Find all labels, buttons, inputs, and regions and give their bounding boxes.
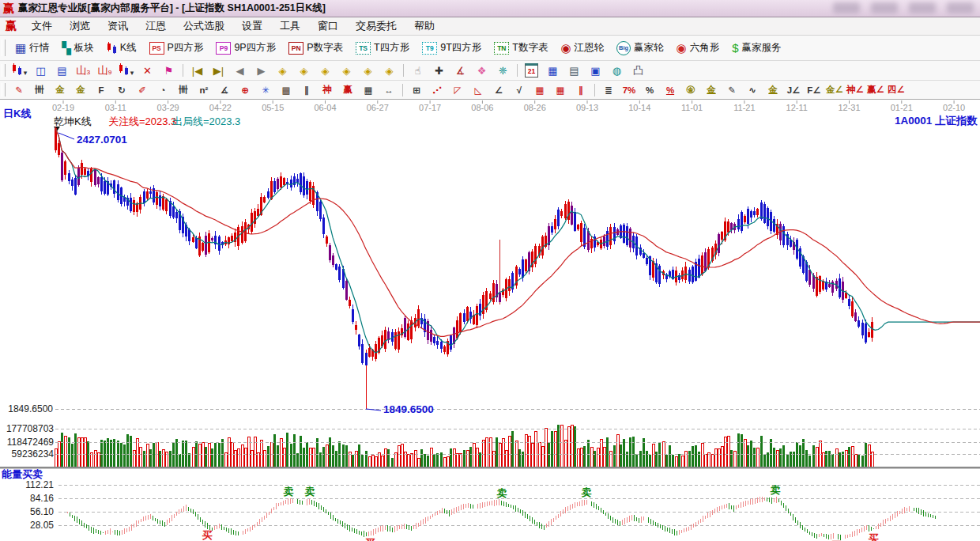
toolbar-drag-handle[interactable]: [2, 83, 6, 96]
tool-wave-check[interactable]: √: [510, 82, 529, 98]
menu-item-1[interactable]: 浏览: [61, 17, 99, 35]
tool-screen-mode[interactable]: ◫: [31, 62, 51, 79]
menu-item-6[interactable]: 工具: [271, 17, 309, 35]
tool-formula-manager[interactable]: ✕: [138, 62, 157, 79]
tool-gold-underline[interactable]: 金: [763, 82, 782, 98]
restore-button[interactable]: [909, 2, 936, 13]
tool-pen-bars[interactable]: ✎: [722, 82, 741, 98]
toolbar-drag-handle[interactable]: [2, 64, 6, 78]
toolbar-button-p-number-table[interactable]: PNP数字表: [282, 36, 349, 60]
tool-zoom-out-h[interactable]: ◈: [273, 62, 292, 79]
tool-compress-all[interactable]: ◈: [379, 62, 399, 79]
tool-drag-hand[interactable]: ☝: [408, 62, 428, 79]
tool-si-angle[interactable]: 四∠: [887, 82, 906, 98]
minimize-button[interactable]: [871, 2, 898, 13]
menu-item-4[interactable]: 公式选股: [175, 17, 233, 35]
chart-svg[interactable]: 02-1903-1103-2904-2205-1506-0406-2707-17…: [0, 100, 980, 541]
tool-calculator[interactable]: ▦: [543, 62, 563, 79]
tool-draw-pen-2[interactable]: ✐: [133, 82, 152, 98]
toolbar-button-t9-square[interactable]: T99T四方形: [416, 36, 488, 60]
tool-mini-chart-3[interactable]: 山₃: [74, 62, 93, 79]
toolbar-button-sectors[interactable]: ▚板块: [55, 36, 100, 60]
tool-prev-page[interactable]: ◀: [230, 62, 250, 79]
tool-a-wave[interactable]: ∿: [743, 82, 762, 98]
tool-compress-h[interactable]: ◈: [337, 62, 356, 79]
tool-next-page[interactable]: ▶: [251, 62, 271, 79]
tool-box-tool[interactable]: ⊞: [407, 82, 426, 98]
tool-vertical-grid[interactable]: 卌: [30, 82, 49, 98]
tool-mini-chart-9[interactable]: 山₉: [95, 62, 115, 79]
tool-ying-grid[interactable]: 赢: [338, 82, 357, 98]
menu-item-3[interactable]: 江恩: [137, 17, 175, 35]
tool-red-grid-1[interactable]: ▦: [530, 82, 549, 98]
tool-star-web[interactable]: ✳: [256, 82, 275, 98]
window-button[interactable]: [833, 2, 860, 13]
toolbar-button-p-square[interactable]: PSP四方形: [143, 36, 210, 60]
toolbar-button-gann-wheel[interactable]: ◉江恩轮: [554, 36, 610, 60]
tool-network[interactable]: ◍: [607, 62, 627, 79]
tool-shen-angle[interactable]: 神∠: [846, 82, 865, 98]
tool-fan-rays[interactable]: ⋰: [428, 82, 447, 98]
tool-expand-all[interactable]: ◈: [358, 62, 378, 79]
tool-angle-lines[interactable]: ∠: [489, 82, 508, 98]
tool-gann-tool-pink[interactable]: ❖: [472, 62, 492, 79]
tool-gold-lines[interactable]: 金: [702, 82, 721, 98]
toolbar-button-hexagon[interactable]: ◉六角形: [670, 36, 726, 60]
tool-crosshair[interactable]: ✚: [429, 62, 449, 79]
tool-grid-123[interactable]: ▦: [359, 82, 378, 98]
tool-draw-pen[interactable]: ✎: [9, 82, 28, 98]
tool-angle-measure[interactable]: ∡: [450, 62, 470, 79]
tool-percent-7[interactable]: 7%: [620, 82, 639, 98]
tool-notes[interactable]: ▤: [564, 62, 584, 79]
tool-gann-tool-teal[interactable]: ❈: [493, 62, 513, 79]
tool-candle-type-dropdown[interactable]: ▾: [116, 62, 136, 79]
tool-step-ruler[interactable]: ≣: [599, 82, 618, 98]
window-controls[interactable]: [833, 2, 974, 13]
tool-expand-h[interactable]: ◈: [315, 62, 335, 79]
toolbar-button-t-square[interactable]: TST四方形: [349, 36, 416, 60]
tool-quote-lines[interactable]: ∥: [297, 82, 316, 98]
tool-print[interactable]: 凸: [628, 62, 648, 79]
tool-rays-box-2[interactable]: ◺: [469, 82, 488, 98]
menu-item-0[interactable]: 文件: [23, 17, 61, 35]
tool-hash-lines[interactable]: 卌: [174, 82, 193, 98]
chart-area[interactable]: 02-1903-1103-2904-2205-1506-0406-2707-17…: [0, 100, 980, 541]
toolbar-button-kline[interactable]: K线: [100, 36, 143, 60]
tool-parallel-lines[interactable]: ∥: [571, 82, 590, 98]
toolbar-button-t-number-table[interactable]: TNT数字表: [488, 36, 554, 60]
menu-item-7[interactable]: 窗口: [309, 17, 347, 35]
tool-shen-grid[interactable]: 神: [318, 82, 337, 98]
tool-first-page[interactable]: |◀: [187, 62, 207, 79]
menu-item-2[interactable]: 资讯: [99, 17, 137, 35]
tool-n2-ruler[interactable]: n²: [194, 82, 213, 98]
tool-time-circle[interactable]: ◔: [153, 82, 172, 98]
tool-percent-lines[interactable]: %: [661, 82, 680, 98]
close-button[interactable]: [947, 2, 974, 13]
tool-gold-grid-1[interactable]: 金: [51, 82, 70, 98]
toolbar-button-p9-square[interactable]: P99P四方形: [209, 36, 282, 60]
tool-h-arrows[interactable]: ↔: [379, 82, 398, 98]
tool-save[interactable]: ▣: [586, 62, 605, 79]
tool-compass-cross[interactable]: ⊕: [236, 82, 254, 98]
tool-ying-angle[interactable]: 赢∠: [866, 82, 885, 98]
menu-item-9[interactable]: 帮助: [405, 17, 443, 35]
tool-percent[interactable]: %: [640, 82, 659, 98]
menu-item-8[interactable]: 交易委托: [347, 17, 405, 35]
tool-color-style[interactable]: ⚑: [159, 62, 179, 79]
tool-zoom-in-h[interactable]: ◈: [294, 62, 314, 79]
toolbar-button-quotes[interactable]: ▦行情: [9, 36, 55, 60]
tool-f-grid[interactable]: F: [92, 82, 111, 98]
toolbar-drag-handle[interactable]: [2, 40, 6, 57]
tool-kline-style-dropdown[interactable]: ▾: [9, 62, 29, 79]
tool-j-angle[interactable]: J∠: [784, 82, 803, 98]
toolbar-button-winner-wheel[interactable]: Big赢家轮: [610, 36, 670, 60]
tool-last-page[interactable]: ▶|: [209, 62, 228, 79]
toolbar-button-winner-service[interactable]: $赢家服务: [726, 36, 787, 60]
tool-f-angle[interactable]: F∠: [805, 82, 824, 98]
menu-item-5[interactable]: 设置: [233, 17, 271, 35]
tool-f10-info[interactable]: ▤: [52, 62, 72, 79]
tool-gold-circle[interactable]: ㊎: [681, 82, 700, 98]
tool-calendar[interactable]: 21: [522, 62, 541, 79]
tool-red-grid-2[interactable]: ▦: [551, 82, 570, 98]
tool-web-box[interactable]: ▩: [277, 82, 296, 98]
